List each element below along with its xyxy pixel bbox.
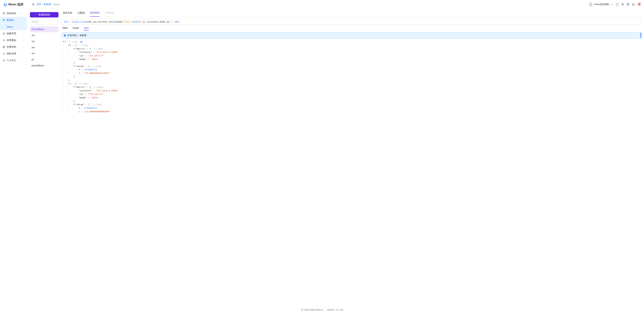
team-avatar <box>589 2 593 6</box>
sidebar-item-archive[interactable]: 告警归档 <box>0 44 27 50</box>
moon-icon[interactable] <box>632 3 635 6</box>
datasource-item[interactable]: prometheus <box>30 62 58 68</box>
breadcrumb-home[interactable]: 首页 <box>36 3 41 6</box>
datasource-list: Prometheus vm vm vm vm p1 prometheus <box>30 26 58 68</box>
svg-point-8 <box>4 60 4 60</box>
database-icon <box>3 19 5 21</box>
monitor-icon <box>3 12 5 14</box>
svg-point-3 <box>638 3 640 5</box>
datasource-item[interactable]: vm <box>30 44 58 50</box>
copyright-icon <box>301 309 303 311</box>
query-input[interactable]: 100 − (avg(irate(node_cpu_seconds_total{… <box>62 19 641 24</box>
tab-meta[interactable]: 元数据 <box>78 11 85 16</box>
footer: moon.aide-cloud.cn version : v1.1.29 <box>0 306 644 313</box>
tab-query[interactable]: 及时查询 <box>90 11 100 16</box>
result-tabs: Table Graph Json <box>62 24 641 31</box>
main-content: 基本信息 元数据 及时查询 告警模板 100 − (avg(irate(node… <box>60 9 644 306</box>
flame-icon <box>3 2 7 6</box>
chevron-down-icon <box>22 46 24 48</box>
chevron-down-icon <box>22 12 24 14</box>
sidebar-item-personal[interactable]: 个人中心 <box>0 57 27 64</box>
chevron-down-icon <box>22 39 24 41</box>
sidebar-item-team[interactable]: 团队管理 <box>0 50 27 57</box>
datasource-item[interactable]: vm <box>30 32 58 38</box>
chevron-down-icon <box>22 60 24 61</box>
copy-icon[interactable] <box>80 41 82 43</box>
chevron-down-icon <box>22 53 24 54</box>
breadcrumb: 首页 / 数据源 / Metric <box>36 3 60 6</box>
search-input[interactable] <box>30 19 58 24</box>
team-name: moon监控团队 <box>594 3 610 6</box>
svg-point-7 <box>4 53 4 54</box>
bookmark-icon <box>3 32 5 35</box>
result-alert: 共查询到 2 条数据 <box>62 32 641 38</box>
header-right: moon监控团队 <box>589 2 641 6</box>
subtab-table[interactable]: Table <box>62 26 68 30</box>
footer-site: moon.aide-cloud.cn <box>301 309 323 311</box>
alert-text: 共查询到 2 条数据 <box>68 34 86 37</box>
svg-rect-11 <box>81 41 82 43</box>
datasource-item[interactable]: vm <box>30 38 58 44</box>
subtab-json[interactable]: Json <box>84 26 89 30</box>
main-tabs: 基本信息 元数据 及时查询 告警模板 <box>62 10 641 17</box>
svg-point-5 <box>3 19 4 20</box>
breadcrumb-wrap: 首页 / 数据源 / Metric <box>32 3 60 6</box>
github-icon[interactable] <box>626 3 630 6</box>
chevron-down-icon <box>22 33 24 34</box>
datasource-item[interactable]: vm <box>30 50 58 56</box>
archive-icon <box>3 46 5 48</box>
fullscreen-icon[interactable] <box>616 3 619 6</box>
bell-icon[interactable] <box>621 3 624 6</box>
sidebar-item-strategy[interactable]: 策略管理 <box>0 30 27 37</box>
sidebar-item-alert[interactable]: 告警通知 <box>0 37 27 44</box>
sidebar-subitem-metric[interactable]: Metric <box>0 23 27 30</box>
new-datasource-button[interactable]: 新建数据源 <box>30 12 58 17</box>
footer-version: version : v1.1.29 <box>327 309 343 311</box>
breadcrumb-current: Metric <box>54 3 60 6</box>
team-selector[interactable]: moon监控团队 <box>589 2 614 6</box>
user-icon <box>3 59 5 62</box>
sidebar-item-monitor[interactable]: 实时监控 <box>0 10 27 17</box>
sidebar: 实时监控 数据源 Metric 策略管理 告警通知 告警归档 团队管 <box>0 9 27 306</box>
datasource-item[interactable]: Prometheus <box>30 26 58 32</box>
chevron-down-icon <box>611 3 614 6</box>
user-avatar[interactable] <box>637 2 641 6</box>
header: Moon 监控 首页 / 数据源 / Metric moon监控团队 <box>0 0 644 9</box>
breadcrumb-datasource[interactable]: 数据源 <box>44 3 51 6</box>
svg-point-13 <box>301 309 303 311</box>
logo[interactable]: Moon 监控 <box>3 2 30 6</box>
datasource-search <box>30 19 58 24</box>
svg-point-1 <box>590 3 592 4</box>
tab-basic[interactable]: 基本信息 <box>63 11 72 16</box>
datasource-item[interactable]: p1 <box>30 56 58 62</box>
app-title: Moon 监控 <box>8 2 23 6</box>
svg-rect-4 <box>3 12 5 14</box>
subtab-graph[interactable]: Graph <box>72 26 79 30</box>
menu-fold-icon[interactable] <box>32 3 35 6</box>
info-icon <box>64 34 66 37</box>
tab-template: 告警模板 <box>105 11 114 16</box>
sidebar-item-datasource[interactable]: 数据源 <box>0 17 27 23</box>
gear-icon <box>3 52 5 55</box>
svg-rect-12 <box>80 41 82 42</box>
json-viewer[interactable]: [ 2 items │ 0 : { 2 items │ │ "metric" :… <box>62 38 641 305</box>
datasource-panel: 新建数据源 Prometheus vm vm vm vm p1 promethe… <box>28 10 60 305</box>
bell-icon <box>3 39 5 41</box>
chevron-up-icon <box>22 19 24 21</box>
